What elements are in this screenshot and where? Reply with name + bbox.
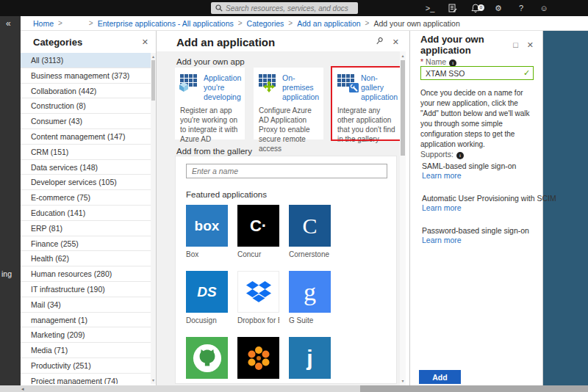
- category-item[interactable]: Productivity (251): [21, 358, 151, 374]
- category-item[interactable]: Business management (373): [21, 68, 151, 84]
- category-item[interactable]: Education (141): [21, 206, 151, 221]
- category-item[interactable]: Mail (34): [21, 297, 151, 313]
- learn-more-link[interactable]: Learn more: [422, 203, 462, 212]
- gotomeeting-tile[interactable]: [237, 337, 279, 384]
- add-button[interactable]: Add: [419, 370, 461, 384]
- tile-label: [237, 382, 279, 384]
- add-application-scrollbar-thumb[interactable]: [401, 60, 405, 156]
- on-premises-icon: [259, 74, 278, 93]
- support-item-saml: SAML-based single sign-on: [422, 161, 539, 170]
- card-non-gallery[interactable]: Non-gallery application Integrate any ot…: [332, 68, 401, 139]
- card-on-premises[interactable]: On-premises application Configure Azure …: [254, 68, 323, 139]
- learn-more-link[interactable]: Learn more: [422, 171, 462, 180]
- category-item[interactable]: ERP (81): [21, 221, 151, 236]
- cornerstone-tile[interactable]: C Cornerstone O...: [289, 205, 331, 259]
- concur-tile[interactable]: C· Concur: [237, 205, 279, 259]
- add-application-title: Add an application: [176, 36, 366, 48]
- gsuite-tile[interactable]: g G Suite: [289, 271, 331, 325]
- github-tile[interactable]: [186, 337, 228, 384]
- breadcrumb-separator: >: [238, 19, 243, 27]
- breadcrumb-separator: >: [288, 19, 293, 27]
- breadcrumb-add-application[interactable]: Add an application: [297, 19, 360, 28]
- box-tile[interactable]: box Box: [186, 205, 228, 259]
- help-icon[interactable]: ?: [516, 0, 526, 16]
- card-title: Non-gallery application: [361, 73, 398, 102]
- breadcrumb-home[interactable]: Home: [33, 19, 54, 28]
- breadcrumb-separator: >: [89, 19, 93, 27]
- learn-more-link[interactable]: Learn more: [422, 236, 462, 244]
- categories-list: All (3113) Business management (373) Col…: [21, 53, 151, 384]
- category-item[interactable]: Media (71): [21, 343, 151, 358]
- category-item[interactable]: Health (62): [21, 251, 151, 266]
- top-bar: >_ 0 ⚙ ? ☺: [0, 0, 588, 16]
- name-input[interactable]: [420, 66, 534, 80]
- add-application-scrollbar[interactable]: ▴ ▾: [400, 51, 406, 385]
- gallery-search-input[interactable]: [186, 164, 387, 178]
- categories-scrollbar-thumb[interactable]: [151, 60, 155, 101]
- categories-title: Categories: [33, 37, 133, 48]
- category-item-all[interactable]: All (3113): [21, 53, 151, 68]
- horizontal-scrollbar-thumb[interactable]: [360, 385, 588, 392]
- global-search[interactable]: [211, 2, 358, 14]
- pin-icon[interactable]: [375, 37, 384, 47]
- cloud-shell-icon[interactable]: >_: [425, 0, 435, 16]
- category-item[interactable]: IT infrastructure (190): [21, 282, 151, 297]
- category-item[interactable]: management (1): [21, 313, 151, 328]
- cornerstone-logo: C: [289, 205, 331, 247]
- featured-app-grid: box Box C· Concur C Cornerstone O... DS …: [186, 205, 331, 384]
- close-icon[interactable]: ✕: [527, 41, 534, 49]
- info-icon[interactable]: [456, 152, 464, 159]
- breadcrumb-separator: >: [58, 19, 62, 27]
- category-item[interactable]: Construction (8): [21, 98, 151, 114]
- settings-gear-icon[interactable]: ⚙: [493, 0, 503, 16]
- scroll-down-icon[interactable]: ▾: [400, 378, 406, 384]
- supports-label: Supports:: [420, 150, 464, 159]
- category-item[interactable]: CRM (151): [21, 145, 151, 160]
- scroll-up-icon[interactable]: ▴: [151, 54, 156, 59]
- categories-scrollbar[interactable]: ▴ ▾: [151, 53, 156, 384]
- scroll-left-icon[interactable]: ◂: [21, 385, 24, 392]
- horizontal-scrollbar[interactable]: ◂: [0, 385, 588, 392]
- jive-tile[interactable]: j: [289, 337, 331, 384]
- dropbox-tile[interactable]: Dropbox for Bu...: [237, 271, 279, 325]
- breadcrumb: Home > > Enterprise applications - All a…: [21, 16, 588, 31]
- portal-background: [543, 31, 588, 385]
- breadcrumb-enterprise-apps[interactable]: Enterprise applications - All applicatio…: [98, 19, 234, 28]
- category-item[interactable]: Project management (74): [21, 374, 151, 384]
- scroll-down-icon[interactable]: ▾: [151, 377, 156, 383]
- feedback-smiley-icon[interactable]: ☺: [539, 0, 549, 16]
- close-icon[interactable]: ✕: [142, 38, 148, 46]
- collapse-nav-icon[interactable]: «: [6, 18, 11, 29]
- arrows-badge-icon: [263, 81, 275, 95]
- breadcrumb-categories[interactable]: Categories: [247, 19, 284, 28]
- docusign-tile[interactable]: DS Docusign: [186, 271, 228, 325]
- global-search-input[interactable]: [226, 4, 354, 12]
- breadcrumb-current: Add your own application: [373, 19, 459, 28]
- category-item[interactable]: Human resources (280): [21, 266, 151, 282]
- add-your-own-application-title: Add your own application: [420, 34, 504, 56]
- card-description: Register an app you're working on to int…: [180, 106, 240, 144]
- card-application-developing[interactable]: Application you're developing Register a…: [175, 68, 245, 139]
- card-title: On-premises application: [282, 73, 319, 102]
- github-octocat-logo: [186, 337, 228, 379]
- gallery-box: Featured applications box Box C· Concur …: [175, 156, 397, 384]
- directory-filter-icon[interactable]: [448, 4, 458, 12]
- category-item[interactable]: Marketing (209): [21, 327, 151, 343]
- category-item[interactable]: Developer services (105): [21, 175, 151, 190]
- category-item[interactable]: Finance (255): [21, 236, 151, 252]
- category-item[interactable]: Data services (148): [21, 160, 151, 175]
- add-from-gallery-label: Add from the gallery: [176, 147, 252, 156]
- tile-label: Concur: [237, 250, 279, 259]
- cube-badge-icon: [179, 81, 189, 95]
- notifications-bell-icon[interactable]: 0: [470, 4, 481, 13]
- maximize-icon[interactable]: □: [513, 41, 518, 49]
- category-item[interactable]: E-commerce (75): [21, 190, 151, 206]
- scroll-up-icon[interactable]: ▴: [400, 53, 406, 59]
- concur-logo: C·: [237, 205, 279, 247]
- category-item[interactable]: Content management (147): [21, 129, 151, 145]
- close-icon[interactable]: ✕: [392, 38, 399, 46]
- gotomeeting-daisy-logo: [237, 337, 279, 379]
- category-item[interactable]: Collaboration (442): [21, 84, 151, 99]
- jive-logo: j: [289, 337, 331, 379]
- category-item[interactable]: Consumer (43): [21, 114, 151, 129]
